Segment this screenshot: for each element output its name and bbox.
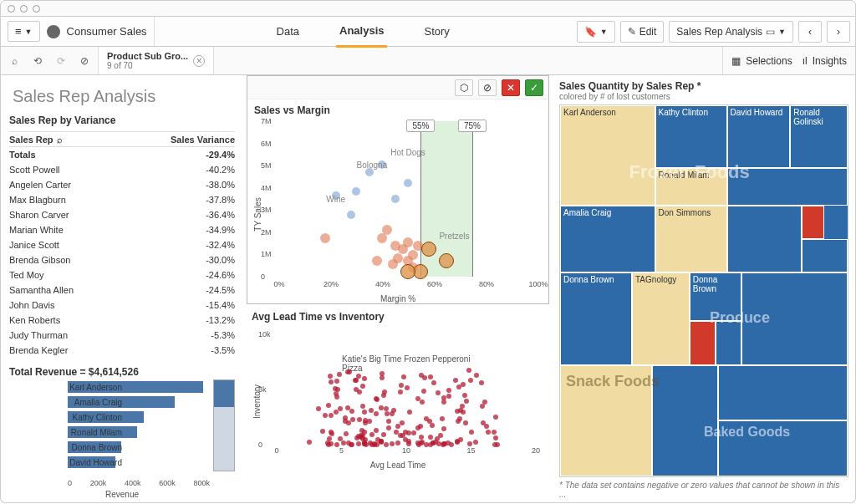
variance-table[interactable]: Sales Rep ⌕ Sales Variance Totals -29.4%… <box>9 131 235 358</box>
table-row[interactable]: Janice Scott-32.4% <box>9 237 235 252</box>
scatter-point[interactable] <box>391 195 400 203</box>
table-row[interactable]: Ken Roberts-13.2% <box>9 313 235 328</box>
scatter-point[interactable] <box>495 442 500 447</box>
table-row[interactable]: Marian White-34.9% <box>9 222 235 237</box>
scatter-point[interactable] <box>453 378 458 383</box>
scatter-point[interactable] <box>360 404 365 409</box>
tm-cell[interactable]: Karl Anderson <box>560 105 655 206</box>
treemap-chart[interactable]: Karl Anderson Kathy Clinton David Howard… <box>559 104 848 477</box>
window-close-dot[interactable] <box>8 5 15 13</box>
scatter-point[interactable] <box>415 396 420 401</box>
scatter-point[interactable] <box>415 440 420 445</box>
revenue-bar-chart[interactable]: Karl AndersonAmalia CraigKathy ClintonRo… <box>9 379 235 496</box>
table-row[interactable]: Brenda Gibson-30.0% <box>9 252 235 267</box>
tm-cell[interactable] <box>718 420 848 476</box>
tm-cell[interactable]: Kathy Clinton <box>655 105 727 168</box>
scatter-point[interactable] <box>482 400 487 405</box>
scatter-point[interactable] <box>372 256 382 266</box>
hamburger-menu[interactable]: ≡ ▼ <box>8 21 40 42</box>
scatter-point[interactable] <box>374 411 379 416</box>
lasso-icon[interactable]: ⬡ <box>455 79 473 96</box>
scatter-point[interactable] <box>446 440 451 445</box>
scatter-point[interactable] <box>407 410 412 415</box>
tm-cell[interactable]: David Howard <box>727 105 791 168</box>
scatter-point[interactable] <box>372 442 377 447</box>
table-row[interactable]: Scott Powell-40.2% <box>9 162 235 177</box>
scatter-point[interactable] <box>320 233 330 243</box>
scatter-point-selected[interactable] <box>439 253 454 268</box>
tm-cell[interactable]: Don Simmons <box>655 206 727 272</box>
scatter-point[interactable] <box>379 439 384 444</box>
scatter-point[interactable] <box>468 378 473 383</box>
scatter-point[interactable] <box>356 374 361 379</box>
step-forward-icon[interactable]: ⟳ <box>53 53 69 69</box>
table-row[interactable]: Angelen Carter-38.0% <box>9 177 235 192</box>
scatter-point[interactable] <box>334 395 339 400</box>
scatter-point[interactable] <box>398 433 403 438</box>
scatter-point[interactable] <box>357 389 362 395</box>
scatter-point[interactable] <box>390 441 395 446</box>
scatter-point[interactable] <box>325 440 330 445</box>
tm-cell[interactable] <box>727 206 802 272</box>
scatter-point[interactable] <box>440 416 445 421</box>
bar-row[interactable]: David Howard <box>68 455 210 470</box>
selection-chip-close[interactable]: × <box>193 55 205 67</box>
scatter-point[interactable] <box>480 404 485 409</box>
scatter-point[interactable] <box>384 406 389 411</box>
tm-cell[interactable]: Ronald Milam <box>655 168 727 205</box>
scatter-point[interactable] <box>446 394 451 399</box>
scatter-point[interactable] <box>349 442 354 447</box>
scatter-point[interactable] <box>338 436 343 441</box>
leadtime-scatter[interactable]: Inventory Katie's Big Time Frozen Pepper… <box>252 326 544 468</box>
tm-cell[interactable] <box>741 272 848 365</box>
scatter-point[interactable] <box>455 439 460 444</box>
scatter-point[interactable] <box>436 390 441 395</box>
scatter-point[interactable] <box>360 384 365 389</box>
scatter-point[interactable] <box>400 420 405 425</box>
tm-cell[interactable] <box>560 365 652 476</box>
scatter-point[interactable] <box>415 425 420 430</box>
scatter-point-selected[interactable] <box>421 242 436 257</box>
scatter-point[interactable] <box>474 373 479 378</box>
window-min-dot[interactable] <box>20 5 28 13</box>
scatter-point[interactable] <box>379 405 384 410</box>
scatter-point[interactable] <box>438 433 443 438</box>
scatter-point[interactable] <box>431 380 436 385</box>
bar-row[interactable]: Amalia Craig <box>68 395 210 410</box>
search-icon[interactable]: ⌕ <box>57 135 63 145</box>
scatter-point[interactable] <box>357 417 362 422</box>
table-row[interactable]: John Davis-15.4% <box>9 298 235 313</box>
clear-icon[interactable]: ⊘ <box>478 79 497 96</box>
scatter-point[interactable] <box>369 408 374 413</box>
scatter-point[interactable] <box>384 442 389 447</box>
scatter-point[interactable] <box>401 374 406 379</box>
scatter-point[interactable] <box>420 440 425 445</box>
scatter-point[interactable] <box>335 387 340 392</box>
scatter-point[interactable] <box>362 410 367 415</box>
scatter-point[interactable] <box>441 400 446 405</box>
sales-margin-scatter[interactable]: TY Sales 55% 75% BolognaHot DogsWinePret… <box>254 118 542 302</box>
window-max-dot[interactable] <box>33 5 40 13</box>
scatter-point[interactable] <box>362 376 367 381</box>
insights-button[interactable]: ılInsights <box>802 55 847 67</box>
scatter-point[interactable] <box>386 419 391 424</box>
edit-button[interactable]: ✎Edit <box>620 21 665 43</box>
scatter-point[interactable] <box>411 430 416 435</box>
tm-cell[interactable] <box>802 239 848 272</box>
scatter-point-selected[interactable] <box>413 264 428 279</box>
scatter-point[interactable] <box>486 430 491 435</box>
scatter-point[interactable] <box>363 418 368 423</box>
scatter-point[interactable] <box>464 399 469 404</box>
scatter-point[interactable] <box>329 413 334 418</box>
tm-cell[interactable] <box>727 168 848 205</box>
scatter-point[interactable] <box>469 430 474 435</box>
scatter-point[interactable] <box>347 211 355 219</box>
cancel-selection-button[interactable]: ✕ <box>502 79 520 96</box>
scatter-point[interactable] <box>381 393 386 398</box>
scatter-point[interactable] <box>386 425 391 430</box>
scatter-point[interactable] <box>360 436 365 441</box>
selection-chip[interactable]: Product Sub Gro... 9 of 70 × <box>99 47 214 74</box>
scatter-point[interactable] <box>385 411 390 416</box>
scatter-point[interactable] <box>427 419 432 424</box>
tab-data[interactable]: Data <box>273 17 303 46</box>
